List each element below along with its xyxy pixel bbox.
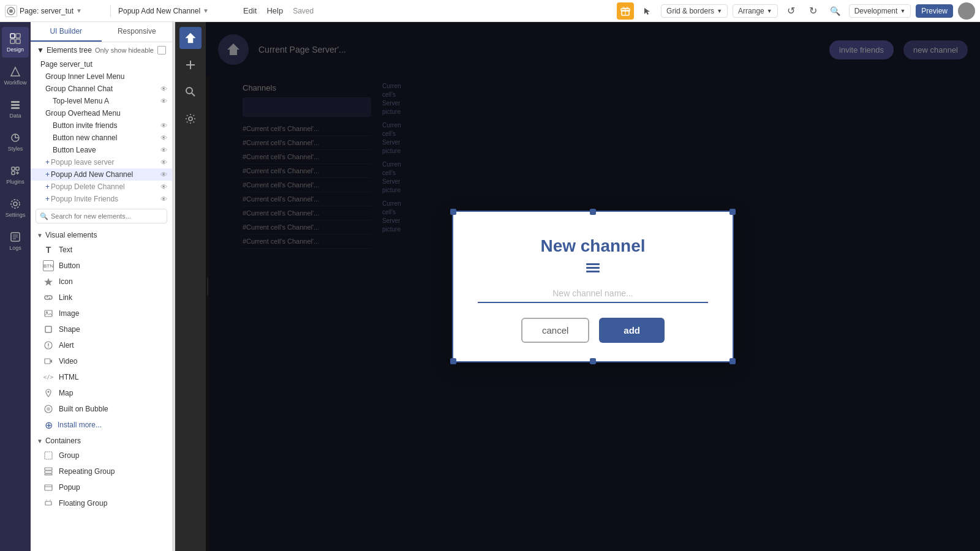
- sidebar-item-styles[interactable]: Styles: [2, 126, 29, 157]
- popup-add-label: Popup Add New Channel: [51, 170, 133, 179]
- search-button[interactable]: 🔍: [827, 2, 844, 20]
- add-element-tool[interactable]: [179, 54, 202, 76]
- element-built-on-bubble[interactable]: Built on Bubble: [31, 401, 172, 417]
- redo-button[interactable]: ↻: [805, 2, 822, 20]
- btn-leave-eye-icon[interactable]: 👁: [160, 146, 167, 154]
- popup-dropdown-icon[interactable]: ▼: [203, 7, 209, 14]
- sidebar-item-design[interactable]: Design: [2, 27, 29, 58]
- tree-item-group-channel-chat[interactable]: Group Channel Chat 👁: [31, 83, 172, 95]
- topbar-actions: Edit Help Saved: [243, 6, 314, 15]
- group-label: Group: [59, 451, 79, 460]
- left-panel: UI Builder Responsive ▼ Elements tree On…: [31, 22, 173, 551]
- btn-new-channel-eye-icon[interactable]: 👁: [160, 134, 167, 141]
- help-action[interactable]: Help: [266, 6, 283, 15]
- tab-responsive[interactable]: Responsive: [102, 22, 173, 42]
- group-channel-chat-eye-icon[interactable]: 👁: [160, 85, 167, 92]
- tree-item-popup-delete[interactable]: + Popup Delete Channel 👁: [31, 181, 172, 193]
- btn-invite-label: Button invite friends: [53, 121, 117, 130]
- svg-rect-6: [16, 34, 20, 38]
- tree-item-btn-new-channel[interactable]: Button new channel 👁: [31, 132, 172, 144]
- tree-item-toplevel-menu[interactable]: Top-level Menu A 👁: [31, 95, 172, 107]
- only-show-hideable-checkbox[interactable]: [157, 46, 166, 54]
- popup-leave-eye-icon[interactable]: 👁: [160, 159, 167, 166]
- popup-add-button[interactable]: add: [599, 318, 665, 343]
- svg-rect-14: [12, 167, 15, 170]
- element-alert[interactable]: Alert: [31, 337, 172, 353]
- workflow-label: Workflow: [4, 80, 27, 86]
- user-avatar[interactable]: [958, 2, 975, 20]
- plugins-label: Plugins: [6, 179, 24, 185]
- element-group[interactable]: Group: [31, 448, 172, 463]
- sidebar-item-settings[interactable]: Settings: [2, 192, 29, 223]
- element-link[interactable]: Link: [31, 290, 172, 305]
- toplevel-menu-eye-icon[interactable]: 👁: [160, 97, 167, 105]
- element-html[interactable]: </> HTML: [31, 369, 172, 385]
- popup-cancel-button[interactable]: cancel: [521, 318, 589, 343]
- sidebar-icons: Design Workflow Data Styles Plugins: [0, 22, 31, 551]
- elements-tree-toggle[interactable]: ▼ Elements tree: [37, 46, 92, 54]
- home-tool[interactable]: [179, 27, 202, 49]
- development-button[interactable]: Development ▼: [849, 4, 911, 18]
- sidebar-item-plugins[interactable]: Plugins: [2, 159, 29, 190]
- popup-input-wrap: [478, 285, 708, 303]
- popup-add-eye-icon[interactable]: 👁: [160, 171, 167, 178]
- element-image[interactable]: Image: [31, 305, 172, 321]
- image-icon: [43, 308, 54, 319]
- popup-delete-label: Popup Delete Channel: [51, 182, 125, 191]
- popup-delete-eye-icon[interactable]: 👁: [160, 183, 167, 190]
- repeating-group-label: Repeating Group: [59, 467, 115, 476]
- link-icon: [43, 292, 54, 303]
- search-input[interactable]: [36, 209, 167, 223]
- element-popup[interactable]: Popup: [31, 479, 172, 495]
- toplevel-menu-label: Top-level Menu A: [53, 97, 109, 105]
- elements-tree: ▼ Elements tree Only show hideable Page …: [31, 42, 172, 551]
- html-icon: </>: [43, 372, 54, 383]
- sidebar-item-data[interactable]: Data: [2, 93, 29, 124]
- element-repeating-group[interactable]: Repeating Group: [31, 463, 172, 479]
- tree-item-btn-leave[interactable]: Button Leave 👁: [31, 144, 172, 156]
- settings-tool[interactable]: [179, 108, 202, 130]
- popup-channel-name-input[interactable]: [478, 285, 708, 303]
- sidebar-item-logs[interactable]: Logs: [2, 225, 29, 256]
- grid-borders-button[interactable]: Grid & borders ▼: [661, 4, 728, 18]
- tree-item-popup-leave[interactable]: + Popup leave server 👁: [31, 156, 172, 168]
- design-icon: [9, 32, 22, 45]
- styles-icon: [9, 131, 22, 144]
- visual-elements-header[interactable]: ▼ Visual elements: [31, 227, 172, 242]
- element-floating-group[interactable]: Floating Group: [31, 495, 172, 511]
- element-button[interactable]: BTN Button: [31, 258, 172, 274]
- undo-button[interactable]: ↺: [783, 2, 800, 20]
- gift-button[interactable]: [617, 2, 634, 20]
- edit-action[interactable]: Edit: [243, 6, 257, 15]
- elements-tree-label: Elements tree: [47, 46, 92, 54]
- tree-item-btn-invite[interactable]: Button invite friends 👁: [31, 119, 172, 132]
- element-map[interactable]: Map: [31, 385, 172, 401]
- data-icon: [9, 98, 22, 111]
- btn-invite-eye-icon[interactable]: 👁: [160, 122, 167, 129]
- element-text[interactable]: T Text: [31, 242, 172, 258]
- popup-icon: [43, 482, 54, 493]
- preview-button[interactable]: Preview: [916, 4, 953, 18]
- alert-icon: [43, 340, 54, 351]
- sidebar-item-workflow[interactable]: Workflow: [2, 60, 29, 91]
- tab-ui-builder[interactable]: UI Builder: [31, 22, 102, 42]
- tree-item-group-overhead[interactable]: Group Overhead Menu: [31, 107, 172, 119]
- arrange-button[interactable]: Arrange ▼: [733, 4, 778, 18]
- svg-point-27: [46, 312, 48, 313]
- saved-status: Saved: [293, 7, 314, 15]
- element-install-more[interactable]: ⊕ Install more...: [31, 417, 172, 433]
- element-icon-item[interactable]: Icon: [31, 274, 172, 290]
- page-dropdown-icon[interactable]: ▼: [76, 7, 82, 14]
- svg-rect-26: [45, 310, 52, 317]
- tree-item-popup-add-channel[interactable]: + Popup Add New Channel 👁: [31, 168, 172, 181]
- tree-item-page[interactable]: Page server_tut: [31, 58, 172, 70]
- tree-item-popup-invite[interactable]: + Popup Invite Friends 👁: [31, 193, 172, 205]
- containers-header[interactable]: ▼ Containers: [31, 433, 172, 448]
- popup-invite-eye-icon[interactable]: 👁: [160, 195, 167, 203]
- element-video[interactable]: Video: [31, 353, 172, 369]
- search-tool[interactable]: [179, 81, 202, 103]
- element-shape[interactable]: Shape: [31, 321, 172, 337]
- svg-point-1: [9, 9, 13, 13]
- tree-item-group-inner[interactable]: Group Inner Level Menu: [31, 70, 172, 83]
- separator-1: [110, 5, 111, 17]
